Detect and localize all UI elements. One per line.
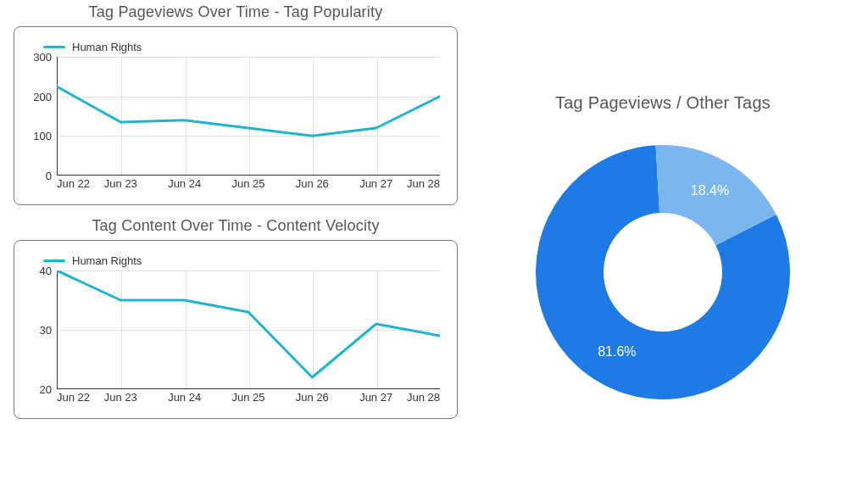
y-tick: 20 (40, 383, 52, 396)
y-tick: 200 (33, 90, 52, 103)
x-tick: Jun 25 (231, 391, 264, 404)
x-tick: Jun 23 (104, 391, 137, 404)
x-tick: Jun 28 (407, 391, 440, 404)
chart-title-velocity: Tag Content Over Time - Content Velocity (14, 217, 458, 235)
chart-card-velocity: Human Rights 203040Jun 22Jun 23Jun 24Jun… (14, 240, 458, 419)
y-tick: 0 (46, 170, 52, 182)
y-tick: 40 (40, 265, 52, 277)
x-tick: Jun 22 (57, 177, 90, 190)
legend-popularity: Human Rights (43, 41, 445, 53)
chart-card-popularity: Human Rights 0100200300Jun 22Jun 23Jun 2… (14, 26, 458, 205)
x-tick: Jun 24 (168, 391, 201, 404)
chart-title-popularity: Tag Pageviews Over Time - Tag Popularity (14, 3, 458, 21)
x-tick: Jun 23 (104, 177, 137, 190)
line-series (57, 57, 440, 176)
y-tick: 30 (40, 324, 52, 337)
donut-chart: 81.6%18.4% (527, 137, 798, 408)
x-tick: Jun 28 (407, 177, 440, 190)
line-series (57, 271, 440, 389)
legend-swatch-icon (43, 46, 65, 48)
x-tick: Jun 27 (359, 391, 392, 404)
legend-velocity: Human Rights (43, 254, 445, 267)
chart-title-donut: Tag Pageviews / Other Tags (555, 93, 771, 113)
plot-area-popularity: 0100200300Jun 22Jun 23Jun 24Jun 25Jun 26… (57, 57, 440, 192)
legend-label: Human Rights (72, 254, 142, 267)
donut-slice-label: 18.4% (691, 183, 729, 198)
x-tick: Jun 25 (231, 177, 264, 190)
x-tick: Jun 26 (296, 391, 329, 404)
x-tick: Jun 24 (168, 177, 201, 190)
x-tick: Jun 27 (359, 177, 392, 190)
y-tick: 300 (33, 51, 52, 64)
legend-label: Human Rights (72, 41, 142, 53)
donut-slice-label: 81.6% (598, 344, 636, 360)
x-tick: Jun 26 (296, 177, 329, 190)
plot-area-velocity: 203040Jun 22Jun 23Jun 24Jun 25Jun 26Jun … (57, 271, 440, 406)
x-tick: Jun 22 (57, 391, 90, 404)
legend-swatch-icon (43, 259, 65, 262)
y-tick: 100 (33, 130, 52, 142)
